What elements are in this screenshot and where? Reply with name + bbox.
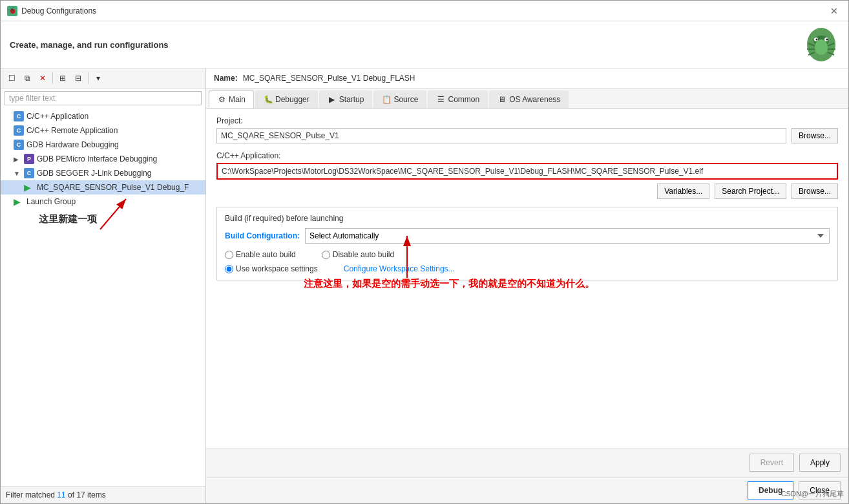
build-config-row: Build Configuration: Select Automaticall… <box>225 228 830 244</box>
duplicate-button[interactable]: ⧉ <box>20 71 34 85</box>
app-buttons-row: Variables... Search Project... Browse... <box>216 184 838 199</box>
bottom-action-bar: Debug Close <box>206 477 848 503</box>
radio-enable-label: Enable auto build <box>236 250 296 259</box>
app-path-input[interactable] <box>216 163 838 180</box>
tree-item-gdb-pemicro[interactable]: ▶ P GDB PEMicro Interface Debugging <box>1 152 205 166</box>
tree-label-gdb-pemicro: GDB PEMicro Interface Debugging <box>37 154 157 163</box>
tree-label-launch-group: Launch Group <box>26 197 76 206</box>
app-browse-button[interactable]: Browse... <box>791 184 838 199</box>
tree-label-gdb-hw: GDB Hardware Debugging <box>26 140 119 149</box>
project-browse-button[interactable]: Browse... <box>791 128 838 143</box>
radio-disable-auto-build[interactable]: Disable auto build <box>322 250 394 259</box>
tab-debugger[interactable]: 🐛 Debugger <box>255 90 318 108</box>
eclipse-bug-logo <box>803 26 839 63</box>
filter-matched-middle: of <box>66 490 77 499</box>
expand-icon-segger: ▼ <box>14 170 21 177</box>
config-name-row: Name: MC_SQARE_SENSOR_Pulse_V1 Debug_FLA… <box>206 68 848 89</box>
radio-workspace-label: Use workspace settings <box>236 264 318 273</box>
tab-common-label: Common <box>448 95 479 104</box>
build-section-title: Build (if required) before launching <box>225 214 830 223</box>
startup-tab-icon: ▶ <box>328 95 337 104</box>
menu-button[interactable]: ▾ <box>91 71 105 85</box>
left-footer: Filter matched 11 of 17 items <box>1 486 205 503</box>
mc-config-run-icon: ▶ <box>24 182 34 193</box>
title-bar-left: 🐞 Debug Configurations <box>7 6 96 16</box>
tree-item-gdb-hw[interactable]: C GDB Hardware Debugging <box>1 138 205 152</box>
radio-enable-auto-build[interactable]: Enable auto build <box>225 250 296 259</box>
delete-button[interactable]: ✕ <box>36 71 50 85</box>
right-panel: Name: MC_SQARE_SENSOR_Pulse_V1 Debug_FLA… <box>206 68 848 503</box>
tree-label-mc-config: MC_SQARE_SENSOR_Pulse_V1 Debug_F <box>37 183 189 192</box>
tree-item-cpp-app[interactable]: C C/C++ Application <box>1 109 205 123</box>
build-config-dropdown[interactable]: Select Automatically Debug Release <box>305 228 830 244</box>
radio-disable-label: Disable auto build <box>333 250 394 259</box>
radio-use-workspace[interactable]: Use workspace settings <box>225 264 318 273</box>
window-title: Debug Configurations <box>21 6 96 16</box>
debugger-tab-icon: 🐛 <box>264 95 273 104</box>
project-label: Project: <box>216 116 838 125</box>
os-tab-icon: 🖥 <box>498 95 507 104</box>
tab-debugger-label: Debugger <box>275 95 309 104</box>
app-icon: 🐞 <box>7 6 17 16</box>
tab-common[interactable]: ☰ Common <box>428 90 488 108</box>
cpp-app-icon: C <box>14 111 24 121</box>
tab-os-label: OS Awareness <box>509 95 560 104</box>
filter-button[interactable]: ⊞ <box>56 71 70 85</box>
build-config-label[interactable]: Build Configuration: <box>225 231 300 240</box>
svg-point-6 <box>815 39 828 55</box>
window-close-button[interactable]: ✕ <box>826 5 842 17</box>
tabs-bar: ⚙ Main 🐛 Debugger ▶ Startup 📋 Source ☰ <box>206 89 848 109</box>
build-section: Build (if required) before launching Bui… <box>216 207 838 280</box>
toolbar: ☐ ⧉ ✕ ⊞ ⊟ ▾ <box>1 68 205 89</box>
segger-icon: C <box>24 168 34 178</box>
left-panel: ☐ ⧉ ✕ ⊞ ⊟ ▾ C C/C++ Application C C/C++ … <box>1 68 206 503</box>
configure-workspace-link[interactable]: Configure Workspace Settings... <box>344 264 455 273</box>
project-row: Browse... <box>216 128 838 143</box>
filter-suffix: items <box>85 490 106 499</box>
app-input-row <box>216 163 838 180</box>
main-tab-icon: ⚙ <box>217 95 226 104</box>
common-tab-icon: ☰ <box>436 95 445 104</box>
radio-group: Enable auto build Disable auto build <box>225 250 830 259</box>
radio-enable-input[interactable] <box>225 251 233 259</box>
tab-startup[interactable]: ▶ Startup <box>319 90 373 108</box>
header-subtitle: Create, manage, and run configurations <box>10 40 169 50</box>
expand-icon-pemicro: ▶ <box>14 156 21 163</box>
tab-source-label: Source <box>393 95 418 104</box>
tab-main-label: Main <box>229 95 246 104</box>
tab-source[interactable]: 📋 Source <box>373 90 426 108</box>
radio-workspace-input[interactable] <box>225 265 233 273</box>
tree-item-mc-config[interactable]: ▶ MC_SQARE_SENSOR_Pulse_V1 Debug_F <box>1 180 205 194</box>
tree-item-launch-group[interactable]: ▶ Launch Group <box>1 194 205 209</box>
tree-item-cpp-remote[interactable]: C C/C++ Remote Application <box>1 123 205 138</box>
title-bar: 🐞 Debug Configurations ✕ <box>1 1 848 21</box>
search-project-button[interactable]: Search Project... <box>715 184 786 199</box>
variables-button[interactable]: Variables... <box>657 184 709 199</box>
collapse-button[interactable]: ⊟ <box>71 71 85 85</box>
radio-disable-input[interactable] <box>322 251 330 259</box>
app-field-group: C/C++ Application: Variables... Search P… <box>216 151 838 199</box>
filter-matched-count: 11 <box>57 490 65 499</box>
app-label: C/C++ Application: <box>216 151 838 160</box>
tree-item-gdb-segger[interactable]: ▼ C GDB SEGGER J-Link Debugging <box>1 166 205 180</box>
right-footer: Revert Apply <box>206 448 848 477</box>
watermark: CSDN@一片狗尾草 <box>781 489 844 499</box>
tab-startup-label: Startup <box>339 95 364 104</box>
main-content: Project: Browse... C/C++ Application: Va… <box>206 109 848 448</box>
radio-workspace-group: Use workspace settings Configure Workspa… <box>225 264 830 273</box>
revert-button[interactable]: Revert <box>749 454 794 472</box>
config-name-label: Name: <box>214 74 238 83</box>
tab-os-awareness[interactable]: 🖥 OS Awareness <box>489 90 569 108</box>
debug-configurations-window: 🐞 Debug Configurations ✕ Create, manage,… <box>0 0 849 504</box>
launch-group-icon: ▶ <box>14 196 24 207</box>
gdb-hw-icon: C <box>14 140 24 150</box>
toolbar-separator-2 <box>88 72 89 84</box>
tab-main[interactable]: ⚙ Main <box>209 90 254 108</box>
apply-button[interactable]: Apply <box>799 454 841 472</box>
new-config-button[interactable]: ☐ <box>5 71 19 85</box>
filter-total-count: 17 <box>76 490 85 499</box>
tree-label-cpp-app: C/C++ Application <box>26 112 89 121</box>
svg-point-4 <box>816 39 818 41</box>
project-input[interactable] <box>216 128 786 143</box>
filter-input[interactable] <box>5 91 202 105</box>
